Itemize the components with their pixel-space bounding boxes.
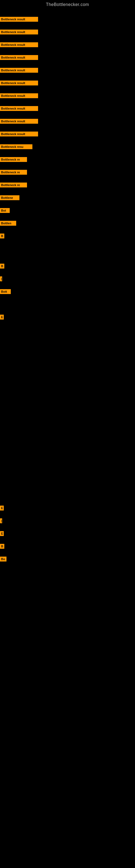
bar-row: Bottlen <box>0 221 16 226</box>
bar-row: E <box>0 506 4 510</box>
bar-label: Bottleneck result <box>0 55 38 60</box>
bar-label: B <box>0 544 4 549</box>
bar-row: Bo <box>0 557 6 561</box>
bar-label: Bot <box>0 208 10 213</box>
bar-row: B <box>0 234 4 239</box>
bar-row: Bottleneck result <box>0 119 38 124</box>
bar-row: Bottleneck re <box>0 170 27 175</box>
bar-label: B <box>0 234 4 239</box>
bar-row: Bottleneck result <box>0 68 38 73</box>
bar-label: Bottleneck result <box>0 42 38 47</box>
bar-label: Bottleneck re <box>0 170 27 175</box>
bar-label: Bottlene <box>0 195 19 200</box>
bar-label: | <box>0 276 2 281</box>
bar-label: Bottleneck re <box>0 157 27 162</box>
bar-row: B <box>0 544 4 549</box>
bar-row: Bottleneck result <box>0 55 38 60</box>
bar-label: B <box>0 264 4 269</box>
bar-row: Bot <box>0 208 10 213</box>
bar-label: E <box>0 506 4 510</box>
bar-row: Bottleneck result <box>0 42 38 47</box>
bar-row: B <box>0 264 4 269</box>
bar-label: Bottleneck result <box>0 68 38 73</box>
bar-label: Bottleneck result <box>0 81 38 86</box>
bar-label: Bottleneck re <box>0 183 27 187</box>
bar-label: Bottleneck result <box>0 93 38 98</box>
bar-label: Bottleneck result <box>0 119 38 124</box>
bar-row: | <box>0 276 2 281</box>
bar-label: Bottleneck result <box>0 30 38 34</box>
bar-row: E <box>0 531 4 536</box>
bar-label: Bottleneck result <box>0 131 38 136</box>
bar-label: | <box>0 518 2 523</box>
bar-label: Bottleneck result <box>0 17 38 22</box>
bar-label: E <box>0 531 4 536</box>
bar-row: Bottleneck resu <box>0 144 32 149</box>
bar-row: Bottlene <box>0 195 19 200</box>
bar-row: Bottleneck result <box>0 81 38 86</box>
bar-label: Bott <box>0 289 11 294</box>
bar-row: Bottleneck re <box>0 157 27 162</box>
bar-label: Bottlen <box>0 221 16 226</box>
bar-row: Bottleneck result <box>0 30 38 34</box>
bar-row: Bottleneck result <box>0 93 38 98</box>
site-title: TheBottlenecker.com <box>0 0 135 9</box>
bar-row: | <box>0 518 2 523</box>
bar-row: Bottleneck re <box>0 183 27 187</box>
bar-row: Bottleneck result <box>0 106 38 111</box>
bar-label: Bo <box>0 557 6 561</box>
bar-row: Bottleneck result <box>0 131 38 136</box>
bar-label: E <box>0 315 4 319</box>
bar-row: Bott <box>0 289 11 294</box>
bar-label: Bottleneck result <box>0 106 38 111</box>
bar-label: Bottleneck resu <box>0 144 32 149</box>
bar-row: Bottleneck result <box>0 17 38 22</box>
bar-row: E <box>0 315 4 319</box>
